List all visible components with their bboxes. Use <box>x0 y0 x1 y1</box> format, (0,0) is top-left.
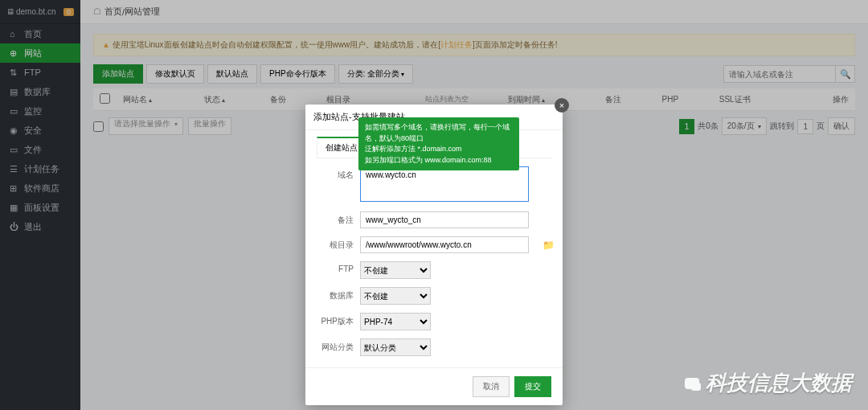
category-select[interactable]: 默认分类 <box>360 338 431 356</box>
php-select[interactable]: PHP-74 <box>360 313 431 330</box>
modal-close-button[interactable]: × <box>555 98 569 113</box>
cancel-button[interactable]: 取消 <box>473 376 510 397</box>
domain-tooltip: 如需填写多个域名，请换行填写，每行一个域名，默认为80端口 泛解析添加方法 *.… <box>358 117 519 170</box>
label-cat: 网站分类 <box>317 338 354 353</box>
label-root: 根目录 <box>317 236 354 251</box>
domain-textarea[interactable]: www.wycto.cn <box>360 166 529 202</box>
folder-browse-icon[interactable]: 📁 <box>542 240 555 251</box>
label-db: 数据库 <box>317 287 354 301</box>
watermark: 科技信息大数据 <box>685 369 852 397</box>
submit-button[interactable]: 提交 <box>514 376 551 397</box>
db-select[interactable]: 不创建 <box>360 287 431 305</box>
label-note: 备注 <box>317 211 354 226</box>
note-input[interactable] <box>360 211 529 228</box>
wechat-icon <box>685 378 699 389</box>
close-icon: × <box>559 100 564 110</box>
root-input[interactable] <box>360 236 529 253</box>
label-ftp: FTP <box>317 261 354 273</box>
ftp-select[interactable]: 不创建 <box>360 261 431 279</box>
label-php: PHP版本 <box>317 313 354 327</box>
label-domain: 域名 <box>317 166 354 181</box>
